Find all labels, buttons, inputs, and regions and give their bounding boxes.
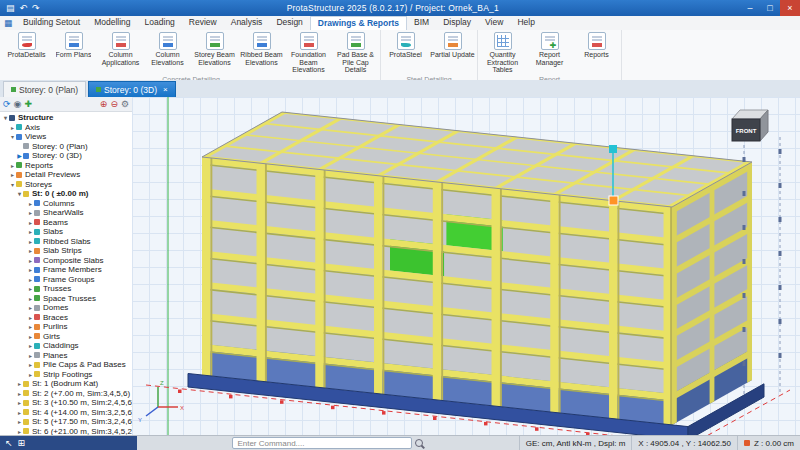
- command-search-icon[interactable]: [415, 439, 423, 447]
- ribbon-item-ribbed-beam-elevations[interactable]: Ribbed Beam Elevations: [238, 31, 285, 75]
- tree-item-domes[interactable]: Domes: [0, 303, 132, 313]
- tree-item-pile-caps-pad-bases[interactable]: Pile Caps & Pad Bases: [0, 360, 132, 370]
- ribbon-item-quantity-extraction-tables[interactable]: Quantity Extraction Tables: [479, 31, 526, 75]
- tree-item-views[interactable]: Views: [0, 132, 132, 142]
- tree-item-columns[interactable]: Columns: [0, 199, 132, 209]
- tree-item-frame-groups[interactable]: Frame Groups: [0, 275, 132, 285]
- tree-item-storey-4[interactable]: St: 4 (+14.00 m, Sim:3,2,5,6): [0, 408, 132, 418]
- tree-item-storey0-3d[interactable]: Storey: 0 (3D): [0, 151, 132, 161]
- frame-members-icon: [34, 267, 40, 273]
- view-cube[interactable]: FRONT: [732, 110, 768, 141]
- building-model[interactable]: [178, 112, 782, 436]
- ribbon-item-pad-base-pile-cap-details[interactable]: Pad Base & Pile Cap Details: [332, 31, 379, 75]
- tree-item-ribbed-slabs[interactable]: Ribbed Slabs: [0, 237, 132, 247]
- menu-tab-view[interactable]: View: [478, 16, 510, 30]
- tree-item-storey-5[interactable]: St: 5 (+17.50 m, Sim:3,2,4,6): [0, 417, 132, 427]
- tree-item-storey-1[interactable]: St: 1 (Bodrum Kat): [0, 379, 132, 389]
- tree-item-reports[interactable]: Reports: [0, 161, 132, 171]
- zoom-in-icon[interactable]: ⊕: [100, 99, 108, 109]
- menu-tab-drawings-reports[interactable]: Drawings & Reports: [310, 16, 407, 30]
- reports-icon: [16, 162, 22, 168]
- tree-item-planes[interactable]: Planes: [0, 351, 132, 361]
- structure-tree-panel: ⟳ ◉ ✚ ⊕ ⊖ ⚙ Structure Axis Views Storey:…: [0, 97, 133, 436]
- close-button[interactable]: ×: [780, 0, 800, 16]
- units-status: GE: cm, Antl kN-m , Dspl: m: [519, 436, 632, 450]
- tree-item-storey-2[interactable]: St: 2 (+7.00 m, Sim:3,4,5,6): [0, 389, 132, 399]
- beams-icon: [34, 219, 40, 225]
- ribbon-item-foundation-beam-elevations[interactable]: Foundation Beam Elevations: [285, 31, 332, 75]
- redo-icon[interactable]: ↷: [32, 0, 40, 16]
- undo-icon[interactable]: ↶: [20, 0, 28, 16]
- tree-item-purlins[interactable]: Purlins: [0, 322, 132, 332]
- add-icon[interactable]: ✚: [24, 99, 32, 109]
- plan-view-icon: [23, 143, 29, 149]
- girts-icon: [34, 333, 40, 339]
- tree-item-axis[interactable]: Axis: [0, 123, 132, 133]
- ribbon-item-partial-update[interactable]: Partial Update: [429, 31, 476, 75]
- menu-tab-review[interactable]: Review: [182, 16, 224, 30]
- ribbon-item-form-plans[interactable]: Form Plans: [50, 31, 97, 75]
- tree-item-structure[interactable]: Structure: [0, 113, 132, 123]
- storey-beam-elevations-icon: [206, 32, 224, 50]
- ribbon-item-column-elevations[interactable]: Column Elevations: [144, 31, 191, 75]
- tree-item-slabs[interactable]: Slabs: [0, 227, 132, 237]
- settings-icon[interactable]: ⚙: [121, 99, 129, 109]
- tree-item-detail-previews[interactable]: Detail Previews: [0, 170, 132, 180]
- viewport-3d-scene[interactable]: FRONT Z X Y: [132, 97, 800, 436]
- quantity-extraction-tables-icon: [494, 32, 512, 50]
- viewport-3d[interactable]: FRONT Z X Y: [132, 97, 800, 436]
- command-input[interactable]: [232, 437, 412, 449]
- tree-item-storey-3[interactable]: St: 3 (+10.50 m, Sim:2,4,5,6): [0, 398, 132, 408]
- menu-tab-loading[interactable]: Loading: [138, 16, 182, 30]
- doc-tab-storey0-3d[interactable]: Storey: 0 (3D) ×: [88, 81, 176, 97]
- snap-icon[interactable]: ⊞: [18, 438, 26, 448]
- tree-item-shearwalls[interactable]: ShearWalls: [0, 208, 132, 218]
- tree-item-strip-footings[interactable]: Strip Footings: [0, 370, 132, 380]
- tree-item-claddings[interactable]: Claddings: [0, 341, 132, 351]
- menu-tab-building-setout[interactable]: Building Setout: [16, 16, 87, 30]
- tree-item-storey-0[interactable]: St: 0 ( ±0.00 m): [0, 189, 132, 199]
- ribbon-item-protasteel[interactable]: ProtaSteel: [382, 31, 429, 75]
- refresh-icon[interactable]: ⟳: [3, 99, 11, 109]
- tree-toolbar: ⟳ ◉ ✚ ⊕ ⊖ ⚙: [0, 97, 132, 112]
- tab-close-icon[interactable]: ×: [163, 85, 168, 94]
- app-menu-icon[interactable]: ▦: [0, 16, 16, 30]
- zoom-out-icon[interactable]: ⊖: [110, 99, 118, 109]
- tree-item-space-trusses[interactable]: Space Trusses: [0, 294, 132, 304]
- planes-icon: [34, 352, 40, 358]
- cursor-mode-icon[interactable]: ↖: [5, 438, 13, 448]
- menu-tab-display[interactable]: Display: [436, 16, 478, 30]
- menu-tab-bim[interactable]: BIM: [407, 16, 436, 30]
- menu-tab-help[interactable]: Help: [510, 16, 541, 30]
- ribbon-item-column-applications[interactable]: Column Applications: [97, 31, 144, 75]
- tree-item-slab-strips[interactable]: Slab Strips: [0, 246, 132, 256]
- ribbon-item-report-manager[interactable]: Report Manager: [526, 31, 573, 75]
- tree-item-storeys[interactable]: Storeys: [0, 180, 132, 190]
- status-mode-area: ↖ ⊞: [0, 436, 137, 450]
- minimize-button[interactable]: –: [740, 0, 760, 16]
- doc-tab-storey0-plan[interactable]: Storey: 0 (Plan): [3, 81, 86, 97]
- space-trusses-icon: [34, 295, 40, 301]
- tree-item-composite-slabs[interactable]: Composite Slabs: [0, 256, 132, 266]
- maximize-button[interactable]: □: [760, 0, 780, 16]
- view-3d-icon: [96, 87, 101, 92]
- selected-member-highlight[interactable]: [609, 196, 618, 205]
- tree-item-frame-members[interactable]: Frame Members: [0, 265, 132, 275]
- tree-item-storey0-plan[interactable]: Storey: 0 (Plan): [0, 142, 132, 152]
- selection-handle-top[interactable]: [609, 145, 617, 153]
- menu-tab-analysis[interactable]: Analysis: [224, 16, 270, 30]
- ribbon-item-reports[interactable]: Reports: [573, 31, 620, 75]
- tree-item-girts[interactable]: Girts: [0, 332, 132, 342]
- ribbon-item-protadetails[interactable]: ProtaDetails: [3, 31, 50, 75]
- visibility-icon[interactable]: ◉: [14, 99, 22, 109]
- save-icon[interactable]: ▤: [6, 0, 15, 16]
- tree-item-beams[interactable]: Beams: [0, 218, 132, 228]
- menu-tab-modelling[interactable]: Modelling: [87, 16, 137, 30]
- menu-tab-design[interactable]: Design: [269, 16, 309, 30]
- tree-item-trusses[interactable]: Trusses: [0, 284, 132, 294]
- ribbon-item-storey-beam-elevations[interactable]: Storey Beam Elevations: [191, 31, 238, 75]
- cursor-coordinates: X : 4905.04 , Y : 14062.50: [631, 436, 737, 450]
- purlins-icon: [34, 324, 40, 330]
- storey-icon: [23, 191, 29, 197]
- tree-item-braces[interactable]: Braces: [0, 313, 132, 323]
